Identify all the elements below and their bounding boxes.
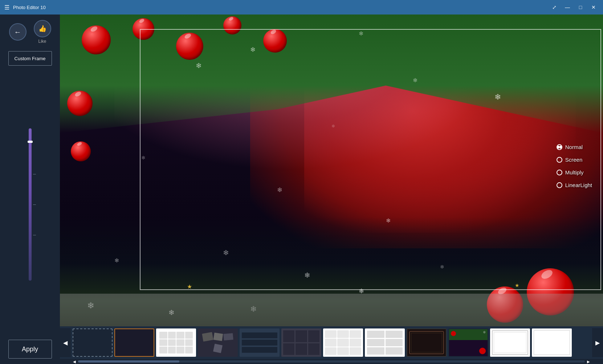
scroll-left-button[interactable]: ◀	[60, 328, 71, 357]
thumb-strips-inner	[240, 329, 279, 356]
blend-screen-radio[interactable]	[557, 157, 562, 162]
star-2: ★	[515, 282, 520, 288]
thumbnail-partial[interactable]	[532, 328, 572, 357]
thumbnail-grid[interactable]	[156, 328, 196, 357]
xmas-snowflake: ❄	[483, 330, 486, 334]
grid-cell-6	[168, 339, 176, 346]
slider-tick-2	[33, 204, 36, 205]
scrollbar-thumb[interactable]	[78, 360, 179, 363]
thumbnail-christmas[interactable]: ❄	[448, 328, 488, 357]
strip-1	[242, 332, 277, 338]
menu-icon[interactable]: ☰	[4, 4, 9, 11]
grid-cell-2	[168, 332, 176, 339]
scrollbar-left-button[interactable]: ◀	[71, 360, 78, 363]
thumb-mosaic-inner	[283, 330, 319, 355]
clean-4	[386, 339, 403, 346]
grid-cell-7	[176, 339, 184, 346]
scrollbar-track[interactable]	[78, 360, 585, 363]
sidebar: ← 👍 Like Custom Frame Apply	[0, 15, 60, 364]
thumbnail-strip: ◀	[60, 326, 603, 359]
grid-cell-8	[185, 339, 193, 346]
titlebar: ☰ Photo Editor 10 ⤢ — □ ✕	[0, 0, 603, 15]
like-button[interactable]: 👍	[34, 20, 51, 37]
like-container: 👍 Like	[34, 20, 51, 44]
blend-normal-label: Normal	[565, 144, 583, 150]
puzzle-7	[325, 347, 337, 355]
sidebar-top: ← 👍 Like	[9, 20, 51, 44]
scroll-right-button[interactable]: ▶	[592, 328, 603, 357]
custom-frame-button[interactable]: Custom Frame	[8, 51, 52, 66]
minimize-button[interactable]: —	[562, 2, 573, 12]
scatter-piece-2	[213, 332, 223, 341]
grid-cell-5	[159, 339, 167, 346]
blend-multiply-label: Multiply	[565, 169, 584, 175]
main-image-container: ❄ ❄ ❄ ❄ ❄ ❄ ❄ ❄ ❄ ❄ ❄ ❄ ❄ ❄	[60, 15, 603, 326]
clean-6	[386, 347, 403, 355]
puzzle-5	[337, 339, 349, 346]
gray-bar	[60, 294, 603, 326]
puzzle-1	[325, 330, 337, 338]
mosaic-cell-6	[308, 343, 319, 355]
like-label: Like	[38, 39, 46, 44]
mosaic-cell-3	[308, 330, 319, 342]
blend-screen-label: Screen	[565, 157, 583, 163]
puzzle-9	[350, 347, 361, 355]
thumbnails-container: ❄	[71, 328, 592, 357]
thumbnail-mosaic[interactable]	[281, 328, 321, 357]
app-title: Photo Editor 10	[13, 5, 546, 10]
scatter-piece-4	[213, 344, 223, 353]
ornament-2	[133, 18, 154, 40]
thumbnail-puzzle[interactable]	[323, 328, 363, 357]
thumbnail-strips[interactable]	[240, 328, 280, 357]
main-layout: ← 👍 Like Custom Frame Apply	[0, 15, 603, 364]
strip-2	[242, 340, 277, 346]
window-controls: ⤢ — □ ✕	[549, 2, 599, 12]
blend-normal-radio[interactable]	[557, 144, 562, 150]
mosaic-cell-5	[296, 343, 307, 355]
thumbnail-clean-grid[interactable]	[365, 328, 405, 357]
clean-2	[386, 331, 403, 338]
blend-linearlight[interactable]: LinearLight	[557, 182, 592, 188]
thumb-scatter-inner	[199, 329, 237, 356]
clean-3	[367, 339, 384, 346]
ornament-1	[82, 25, 111, 54]
canvas-area: ❄ ❄ ❄ ❄ ❄ ❄ ❄ ❄ ❄ ❄ ❄ ❄ ❄ ❄	[60, 15, 603, 364]
xmas-ball	[451, 331, 456, 336]
ornament-3	[176, 33, 203, 60]
blend-linearlight-radio[interactable]	[557, 182, 562, 188]
mosaic-cell-1	[283, 330, 294, 342]
expand-button[interactable]: ⤢	[549, 2, 559, 12]
opacity-slider-container	[25, 76, 36, 332]
thumbnail-scrollbar: ◀ ▶	[60, 359, 603, 364]
back-button[interactable]: ←	[9, 23, 27, 41]
thumbnail-dashed[interactable]	[73, 328, 113, 357]
blend-screen[interactable]: Screen	[557, 157, 592, 163]
blend-normal[interactable]: Normal	[557, 144, 592, 150]
thumb-white-inner	[492, 330, 528, 355]
clean-1	[367, 331, 384, 338]
thumbnail-ornate[interactable]	[407, 328, 447, 357]
blend-multiply-radio[interactable]	[557, 169, 562, 175]
thumbnail-dark-border[interactable]	[114, 328, 154, 357]
thumb-puzzle-inner	[325, 330, 361, 355]
puzzle-8	[337, 347, 349, 355]
grid-cell-12	[185, 347, 193, 353]
white-border-inner	[494, 332, 526, 353]
grid-cell-4	[185, 332, 193, 339]
slider-tick-1	[33, 174, 36, 174]
thumbnail-scatter[interactable]	[198, 328, 238, 357]
slider-thumb[interactable]	[28, 141, 33, 143]
blend-multiply[interactable]: Multiply	[557, 169, 592, 175]
maximize-button[interactable]: □	[575, 2, 586, 12]
mosaic-cell-2	[296, 330, 307, 342]
slider-track[interactable]	[29, 128, 32, 281]
scrollbar-right-button[interactable]: ▶	[585, 360, 592, 363]
scatter-piece-1	[202, 332, 213, 342]
thumb-dark-inner	[115, 329, 154, 356]
blend-linearlight-label: LinearLight	[565, 182, 592, 188]
apply-button[interactable]: Apply	[8, 340, 52, 359]
thumbnail-white-border[interactable]	[490, 328, 530, 357]
close-button[interactable]: ✕	[588, 2, 599, 12]
ornament-6	[67, 91, 93, 116]
blend-modes-panel: Normal Screen Multiply LinearLight	[557, 144, 592, 188]
